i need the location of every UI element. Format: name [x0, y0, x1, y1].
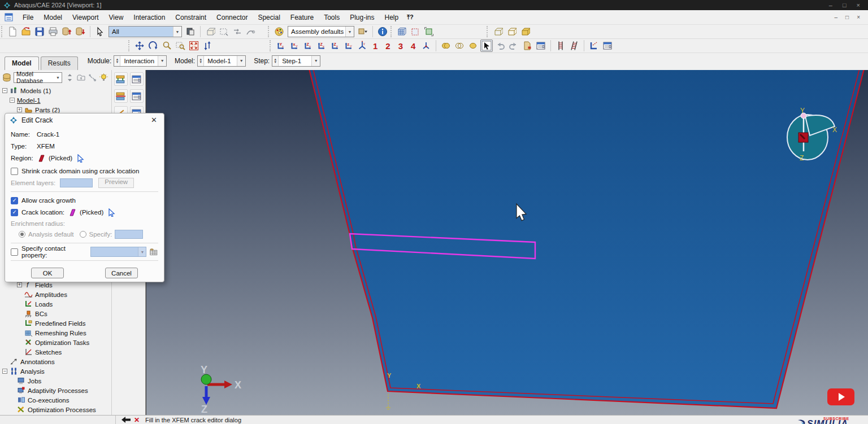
expand-icon[interactable]: +	[17, 282, 22, 287]
open-odb-icon[interactable]	[60, 25, 73, 38]
toolbar-grip[interactable]	[268, 26, 270, 37]
view-number-1[interactable]: 1	[369, 41, 381, 51]
menu-plug-ins[interactable]: Plug-ins	[345, 12, 379, 23]
boxzoom-icon[interactable]	[174, 40, 186, 52]
toolbar-grip[interactable]	[390, 26, 393, 37]
toolbar-grip[interactable]	[1, 26, 3, 37]
create-dg-icon[interactable]	[521, 40, 533, 52]
dg-ellipse-icon[interactable]	[467, 40, 479, 52]
preview-button[interactable]: Preview	[98, 178, 134, 188]
dg-intersect-icon[interactable]	[453, 40, 466, 52]
view-number-2[interactable]: 2	[381, 41, 394, 51]
axis-xy-icon[interactable]: xY	[288, 40, 301, 52]
close-button[interactable]: ×	[857, 2, 860, 8]
module-combo[interactable]: ▲▼Interaction▼	[114, 55, 167, 67]
curve-probe-icon[interactable]	[245, 25, 257, 38]
context-help-icon[interactable]: ⤒?	[407, 14, 414, 21]
cancel-button[interactable]: Cancel	[105, 268, 138, 278]
minimize-button[interactable]: –	[829, 2, 832, 8]
collapse-icon[interactable]: −	[2, 369, 7, 374]
palette-icon[interactable]	[273, 25, 285, 38]
tree-item-annotations[interactable]: Annotations	[0, 357, 112, 366]
tab-results[interactable]: Results	[41, 56, 78, 70]
prompt-cancel-icon[interactable]: ✕	[134, 416, 140, 424]
axis-zz-icon[interactable]: Zz	[329, 40, 341, 52]
info-icon[interactable]	[376, 25, 389, 38]
tree-item-models-1[interactable]: −Models (1)	[0, 86, 112, 95]
fitall-icon[interactable]	[188, 40, 200, 52]
tree-item-loads[interactable]: Loads	[0, 299, 112, 309]
menu-connector[interactable]: Connector	[211, 12, 253, 23]
menu-model[interactable]: Model	[38, 12, 67, 23]
color-code-icon[interactable]	[357, 25, 369, 38]
tree-item-model-1[interactable]: −Model-1	[0, 95, 112, 105]
hiddenline-icon[interactable]	[505, 25, 518, 38]
lightbulb-icon[interactable]	[99, 72, 108, 82]
print-icon[interactable]	[47, 25, 59, 38]
create-interaction-icon[interactable]	[114, 72, 128, 86]
mdi-restore-button[interactable]: □	[845, 14, 849, 20]
shaded-icon[interactable]	[519, 25, 531, 38]
paste-probe-icon[interactable]	[184, 25, 197, 38]
pan-icon[interactable]	[133, 40, 146, 52]
select-cursor-icon[interactable]	[94, 25, 106, 38]
spin-updown-icon[interactable]	[65, 72, 74, 82]
axis-zx2-icon[interactable]: Zx	[315, 40, 328, 52]
load-db-icon[interactable]	[74, 25, 86, 38]
rotate-icon[interactable]	[147, 40, 159, 52]
view-number-3[interactable]: 3	[394, 41, 407, 51]
tree-database-combo[interactable]: Model Database▼	[14, 72, 62, 83]
color-mapping-combo[interactable]: Assembly defaults▼	[288, 26, 354, 37]
redo-icon[interactable]	[507, 40, 520, 52]
tree-item-predefined-fields[interactable]: Predefined Fields	[0, 318, 112, 328]
tree-item-adaptivity-processes[interactable]: Adaptivity Processes	[0, 386, 112, 395]
interaction-manager-icon[interactable]	[130, 72, 144, 86]
analysis-default-radio[interactable]	[19, 231, 25, 238]
element-layers-input[interactable]	[60, 178, 93, 187]
prompt-back-icon[interactable]	[121, 417, 131, 423]
pick-region-cursor-icon[interactable]	[77, 154, 85, 163]
tree-item-optimization-tasks[interactable]: Optimization Tasks	[0, 338, 112, 347]
tree-item-remeshing-rules[interactable]: Remeshing Rules	[0, 328, 112, 338]
tree-item-bcs[interactable]: BCs	[0, 309, 112, 318]
folder-up-icon[interactable]	[76, 72, 85, 82]
shrink-domain-checkbox[interactable]	[11, 168, 18, 175]
tree-item-amplitudes[interactable]: Amplitudes	[0, 290, 112, 299]
collapse-icon[interactable]: −	[10, 98, 15, 103]
dg-union-icon[interactable]	[440, 40, 452, 52]
mdi-close-button[interactable]: ×	[857, 14, 860, 20]
allow-growth-checkbox[interactable]	[11, 197, 18, 204]
specify-radius-radio[interactable]	[80, 231, 86, 238]
menu-feature[interactable]: Feature	[285, 12, 319, 23]
tree-item-sketches[interactable]: Sketches	[0, 347, 112, 357]
toolbar-grip[interactable]	[128, 40, 131, 51]
tab-model[interactable]: Model	[5, 56, 39, 70]
mdi-minimize-button[interactable]: –	[835, 14, 838, 20]
attachment-icon[interactable]	[554, 40, 567, 52]
measure-cube-icon[interactable]	[204, 25, 216, 38]
menu-tools[interactable]: Tools	[319, 12, 345, 23]
collapse-icon[interactable]: −	[2, 88, 7, 93]
dialog-title-bar[interactable]: Edit Crack ✕	[5, 113, 164, 126]
view-number-4[interactable]: 4	[407, 41, 419, 51]
pick-crack-cursor-icon[interactable]	[108, 208, 116, 217]
view-cut-manager-icon[interactable]	[588, 40, 600, 52]
menu-constraint[interactable]: Constraint	[170, 12, 211, 23]
save-icon[interactable]	[33, 25, 46, 38]
dg-replace-icon[interactable]	[480, 40, 493, 52]
undo-icon[interactable]	[494, 40, 506, 52]
link-icon[interactable]	[88, 72, 97, 82]
contact-property-manager-icon[interactable]	[149, 248, 158, 256]
maximize-button[interactable]: □	[843, 2, 847, 8]
menu-view[interactable]: View	[104, 12, 129, 23]
mesh-green-icon[interactable]	[423, 25, 435, 38]
tree-item-optimization-processes[interactable]: Optimization Processes	[0, 405, 112, 414]
expand-icon[interactable]: +	[17, 107, 22, 112]
toolbar-grip[interactable]	[487, 26, 489, 37]
step-combo[interactable]: ▲▼Step-1▼	[272, 55, 320, 67]
edit-region-icon[interactable]	[218, 25, 230, 38]
axis-zx-icon[interactable]: Zx	[302, 40, 314, 52]
attachment-slant-icon[interactable]	[568, 40, 580, 52]
axis-yz-icon[interactable]: zY	[342, 40, 355, 52]
dg-manager-icon[interactable]	[535, 40, 547, 52]
